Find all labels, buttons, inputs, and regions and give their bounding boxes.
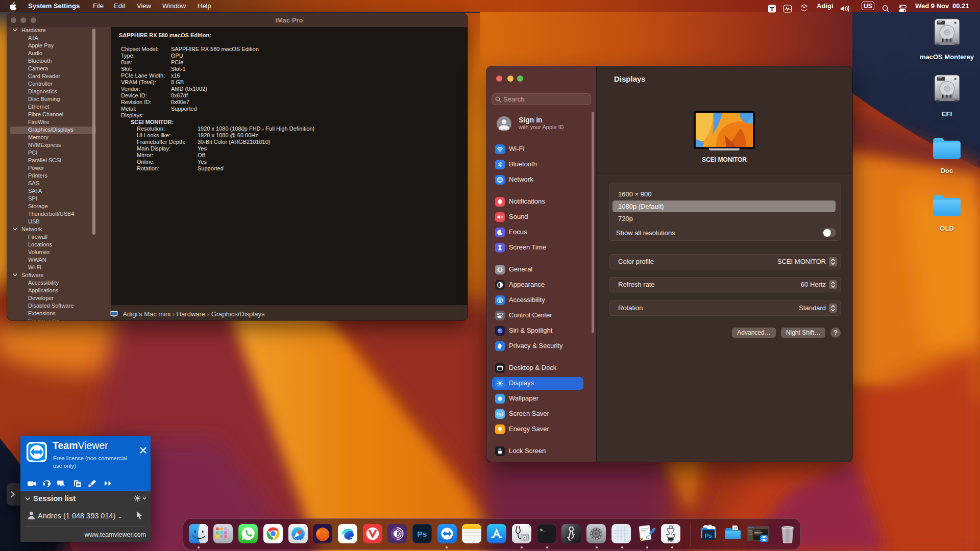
svg-text:Ps: Ps	[704, 533, 712, 539]
svg-text:Ps: Ps	[418, 530, 427, 538]
svg-text:>_: >_	[540, 528, 546, 533]
